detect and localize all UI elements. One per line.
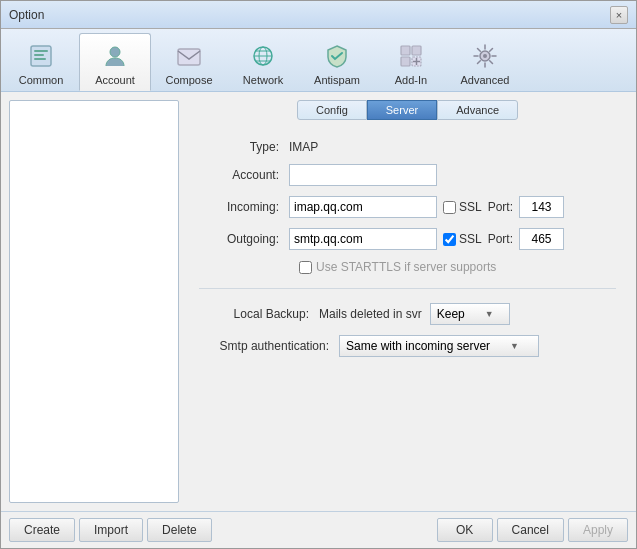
tab-account[interactable]: Account [79,33,151,91]
incoming-ssl-checkbox-wrapper: SSL [443,200,482,214]
local-backup-label: Local Backup: [199,307,319,321]
account-list-panel [9,100,179,503]
type-label: Type: [199,140,289,154]
ok-button[interactable]: OK [437,518,493,542]
svg-rect-13 [401,57,410,66]
close-button[interactable]: × [610,6,628,24]
window-title: Option [9,8,44,22]
antispam-icon [321,40,353,72]
account-input[interactable] [289,164,437,186]
addin-label: Add-In [395,74,427,86]
incoming-ssl-checkbox[interactable] [443,201,456,214]
account-label: Account [95,74,135,86]
starttls-checkbox[interactable] [299,261,312,274]
right-panel: Config Server Advance Type: IMAP Acc [187,100,628,503]
common-icon [25,40,57,72]
addin-icon [395,40,427,72]
toolbar: Common Account Compose [1,29,636,92]
server-form: Type: IMAP Account: Incoming: SSL [187,132,628,503]
tab-antispam[interactable]: Antispam [301,33,373,91]
account-label: Account: [199,168,289,182]
network-label: Network [243,74,283,86]
sub-tabs: Config Server Advance [187,100,628,120]
local-backup-option: Keep [437,307,465,321]
advanced-label: Advanced [461,74,510,86]
outgoing-row: Outgoing: SSL Port: [199,228,616,250]
footer-left-buttons: Create Import Delete [9,518,212,542]
outgoing-ssl-checkbox[interactable] [443,233,456,246]
smtp-auth-dropdown[interactable]: Same with incoming server ▼ [339,335,539,357]
outgoing-port-label: Port: [488,232,513,246]
svg-rect-11 [401,46,410,55]
footer-right-buttons: OK Cancel Apply [437,518,628,542]
tab-compose[interactable]: Compose [153,33,225,91]
divider [199,288,616,289]
subtab-config[interactable]: Config [297,100,367,120]
subtab-server[interactable]: Server [367,100,437,120]
local-backup-desc: Mails deleted in svr [319,307,422,321]
subtab-advance[interactable]: Advance [437,100,518,120]
account-row: Account: [199,164,616,186]
outgoing-server-row: SSL Port: [289,228,564,250]
svg-rect-5 [178,49,200,65]
advanced-icon [469,40,501,72]
incoming-port-input[interactable] [519,196,564,218]
main-content: Config Server Advance Type: IMAP Acc [1,92,636,511]
tab-advanced[interactable]: Advanced [449,33,521,91]
local-backup-dropdown-arrow: ▼ [485,309,494,319]
svg-point-4 [110,47,120,57]
title-bar: Option × [1,1,636,29]
starttls-row: Use STARTTLS if server supports [299,260,616,274]
antispam-label: Antispam [314,74,360,86]
apply-button[interactable]: Apply [568,518,628,542]
starttls-label: Use STARTTLS if server supports [316,260,496,274]
network-icon [247,40,279,72]
incoming-row: Incoming: SSL Port: [199,196,616,218]
incoming-server-row: SSL Port: [289,196,564,218]
footer: Create Import Delete OK Cancel Apply [1,511,636,548]
tab-common[interactable]: Common [5,33,77,91]
incoming-port-label: Port: [488,200,513,214]
svg-rect-12 [412,46,421,55]
outgoing-ssl-checkbox-wrapper: SSL [443,232,482,246]
tab-addin[interactable]: Add-In [375,33,447,91]
compose-icon [173,40,205,72]
svg-point-18 [483,54,487,58]
local-backup-row: Local Backup: Mails deleted in svr Keep … [199,303,616,325]
compose-label: Compose [165,74,212,86]
outgoing-server-input[interactable] [289,228,437,250]
common-label: Common [19,74,64,86]
cancel-button[interactable]: Cancel [497,518,564,542]
incoming-label: Incoming: [199,200,289,214]
account-icon [99,40,131,72]
option-window: Option × Common Account [0,0,637,549]
outgoing-label: Outgoing: [199,232,289,246]
tab-network[interactable]: Network [227,33,299,91]
import-button[interactable]: Import [79,518,143,542]
svg-rect-2 [34,54,44,56]
local-backup-dropdown[interactable]: Keep ▼ [430,303,510,325]
svg-rect-1 [34,50,48,52]
svg-rect-3 [34,58,46,60]
smtp-auth-label: Smtp authentication: [199,339,339,353]
incoming-server-input[interactable] [289,196,437,218]
create-button[interactable]: Create [9,518,75,542]
delete-button[interactable]: Delete [147,518,212,542]
type-row: Type: IMAP [199,140,616,154]
smtp-auth-dropdown-arrow: ▼ [510,341,519,351]
outgoing-ssl-label: SSL [459,232,482,246]
smtp-auth-row: Smtp authentication: Same with incoming … [199,335,616,357]
type-value: IMAP [289,140,318,154]
outgoing-port-input[interactable] [519,228,564,250]
incoming-ssl-label: SSL [459,200,482,214]
smtp-auth-option: Same with incoming server [346,339,490,353]
